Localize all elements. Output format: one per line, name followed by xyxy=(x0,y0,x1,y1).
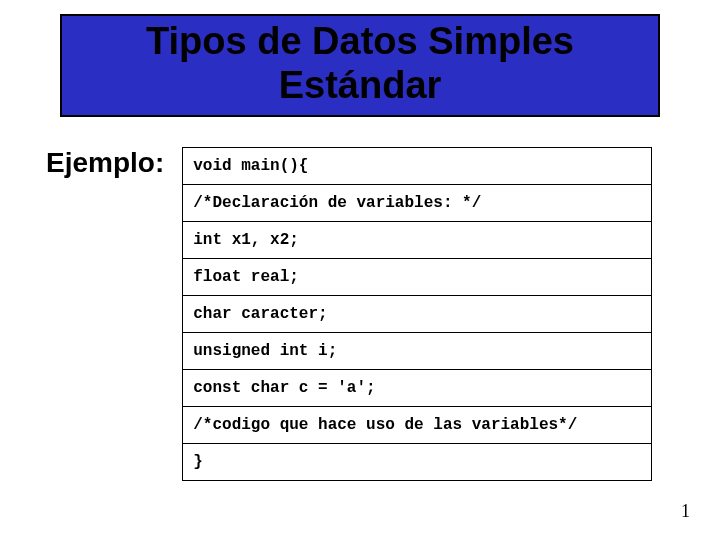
page-number: 1 xyxy=(681,501,690,522)
code-row: /*codigo que hace uso de las variables*/ xyxy=(183,407,652,444)
code-row: /*Declaración de variables: */ xyxy=(183,185,652,222)
slide-title: Tipos de Datos Simples Estándar xyxy=(70,20,650,107)
example-label: Ejemplo: xyxy=(46,147,164,179)
code-table: void main(){ /*Declaración de variables:… xyxy=(182,147,652,481)
code-cell: } xyxy=(183,444,652,481)
code-cell: unsigned int i; xyxy=(183,333,652,370)
slide: Tipos de Datos Simples Estándar Ejemplo:… xyxy=(0,0,720,540)
code-cell: float real; xyxy=(183,259,652,296)
code-cell: const char c = 'a'; xyxy=(183,370,652,407)
content-area: Ejemplo: void main(){ /*Declaración de v… xyxy=(40,137,680,481)
code-cell: /*Declaración de variables: */ xyxy=(183,185,652,222)
code-row: char caracter; xyxy=(183,296,652,333)
title-box: Tipos de Datos Simples Estándar xyxy=(60,14,660,117)
code-row: int x1, x2; xyxy=(183,222,652,259)
code-row: void main(){ xyxy=(183,148,652,185)
code-row: float real; xyxy=(183,259,652,296)
code-row: unsigned int i; xyxy=(183,333,652,370)
code-row: } xyxy=(183,444,652,481)
code-cell: /*codigo que hace uso de las variables*/ xyxy=(183,407,652,444)
code-cell: int x1, x2; xyxy=(183,222,652,259)
code-cell: char caracter; xyxy=(183,296,652,333)
code-cell: void main(){ xyxy=(183,148,652,185)
code-row: const char c = 'a'; xyxy=(183,370,652,407)
